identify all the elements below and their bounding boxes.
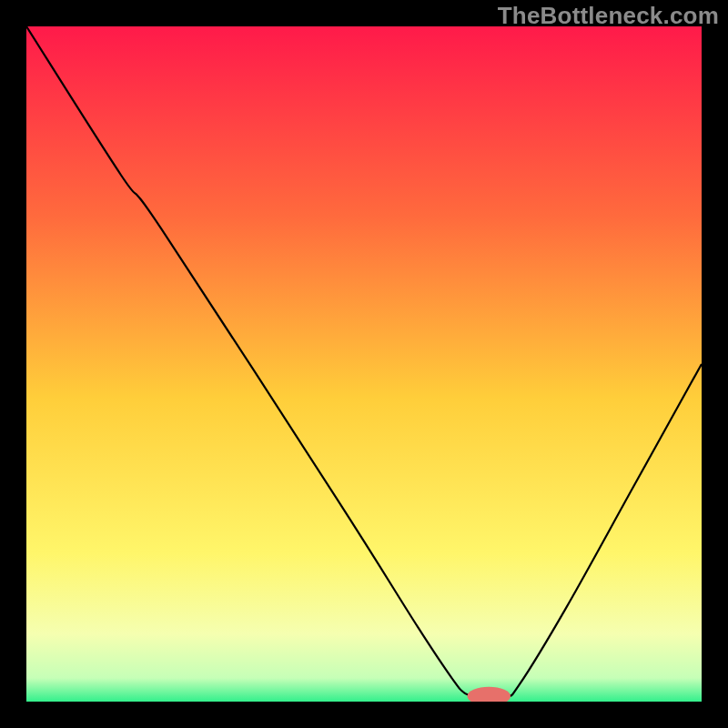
- gradient-background: [26, 26, 702, 702]
- plot-area: [26, 26, 702, 702]
- chart-frame: TheBottleneck.com: [0, 0, 728, 728]
- bottleneck-chart: [26, 26, 702, 702]
